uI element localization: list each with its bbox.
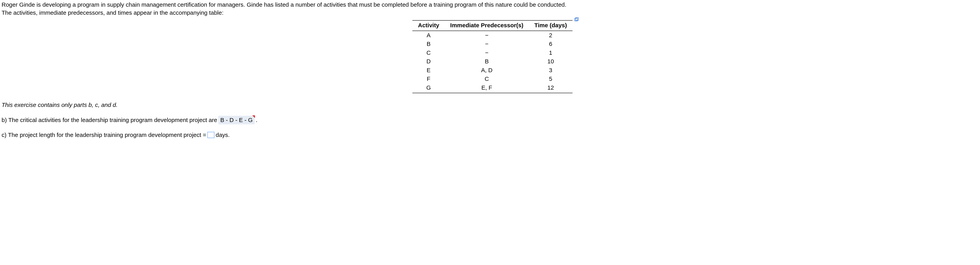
activity-table-container: Activity Immediate Predecessor(s) Time (… bbox=[2, 20, 980, 93]
table-row: A − 2 bbox=[412, 31, 572, 40]
part-b-prefix: b) The critical activities for the leade… bbox=[2, 116, 217, 124]
intro-line-1: Roger Ginde is developing a program in s… bbox=[2, 2, 566, 8]
cell-predecessor: C bbox=[445, 75, 529, 83]
part-c-prefix: c) The project length for the leadership… bbox=[2, 131, 206, 139]
table-row: B − 6 bbox=[412, 40, 572, 48]
part-b-answer-text: B - D - E - G bbox=[220, 116, 253, 124]
cell-activity: G bbox=[412, 83, 444, 93]
cell-time: 2 bbox=[529, 31, 572, 40]
cell-predecessor: − bbox=[445, 48, 529, 57]
cell-activity: B bbox=[412, 40, 444, 48]
header-predecessor: Immediate Predecessor(s) bbox=[445, 21, 529, 31]
table-row: G E, F 12 bbox=[412, 83, 572, 93]
cell-time: 10 bbox=[529, 57, 572, 66]
cell-predecessor: B bbox=[445, 57, 529, 66]
cell-activity: D bbox=[412, 57, 444, 66]
popout-icon[interactable] bbox=[574, 18, 579, 21]
cell-time: 3 bbox=[529, 66, 572, 75]
cell-activity: C bbox=[412, 48, 444, 57]
part-b-suffix: . bbox=[256, 116, 257, 124]
part-c-input[interactable] bbox=[207, 132, 215, 138]
part-c-suffix: days. bbox=[216, 131, 230, 139]
cell-predecessor: E, F bbox=[445, 83, 529, 93]
cell-activity: F bbox=[412, 75, 444, 83]
cell-time: 1 bbox=[529, 48, 572, 57]
part-b-answer-dropdown[interactable]: B - D - E - G bbox=[218, 116, 255, 125]
cell-time: 5 bbox=[529, 75, 572, 83]
header-activity: Activity bbox=[412, 21, 444, 31]
cell-time: 6 bbox=[529, 40, 572, 48]
table-row: D B 10 bbox=[412, 57, 572, 66]
intro-line-2: The activities, immediate predecessors, … bbox=[2, 10, 223, 16]
problem-intro: Roger Ginde is developing a program in s… bbox=[2, 1, 980, 17]
dropdown-flag-icon bbox=[252, 115, 255, 118]
cell-time: 12 bbox=[529, 83, 572, 93]
table-row: F C 5 bbox=[412, 75, 572, 83]
cell-predecessor: A, D bbox=[445, 66, 529, 75]
cell-predecessor: − bbox=[445, 40, 529, 48]
cell-activity: A bbox=[412, 31, 444, 40]
cell-predecessor: − bbox=[445, 31, 529, 40]
table-header-row: Activity Immediate Predecessor(s) Time (… bbox=[412, 21, 572, 31]
part-b-row: b) The critical activities for the leade… bbox=[2, 116, 980, 125]
table-row: E A, D 3 bbox=[412, 66, 572, 75]
parts-note: This exercise contains only parts b, c, … bbox=[2, 101, 980, 109]
cell-activity: E bbox=[412, 66, 444, 75]
header-time: Time (days) bbox=[529, 21, 572, 31]
activity-table: Activity Immediate Predecessor(s) Time (… bbox=[412, 20, 572, 93]
part-c-row: c) The project length for the leadership… bbox=[2, 131, 980, 139]
table-row: C − 1 bbox=[412, 48, 572, 57]
